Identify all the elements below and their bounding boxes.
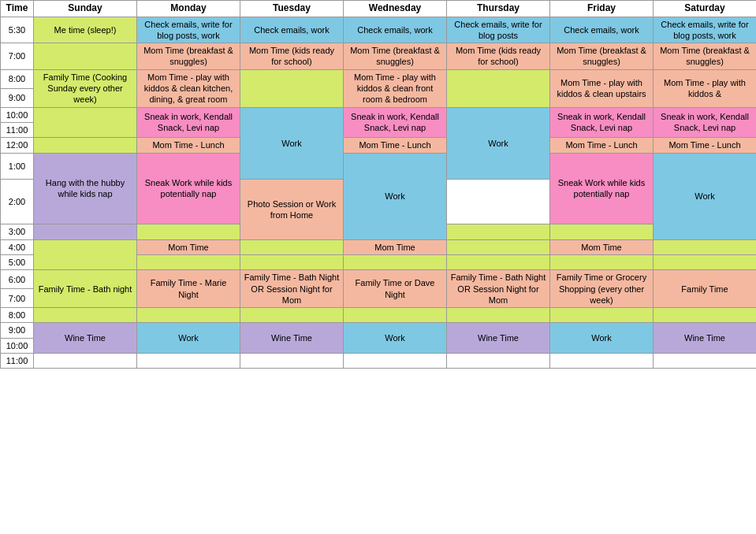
tue-1000: Work	[240, 107, 344, 179]
header-tuesday: Tuesday	[240, 1, 344, 17]
sat-900e: Wine Time	[654, 323, 757, 354]
mon-600: Family Time - Marie Night	[137, 270, 240, 308]
sat-530: Check emails, write for blog posts, work	[654, 17, 757, 43]
wed-400: Mom Time	[344, 239, 447, 254]
thu-700: Mom Time (kids ready for school)	[447, 43, 550, 70]
mon-800: Mom Time - play with kiddos & clean kitc…	[137, 69, 240, 107]
time-1100: 11:00	[1, 122, 34, 137]
wed-800e	[344, 308, 447, 323]
sat-500	[654, 254, 757, 269]
thu-1100e	[447, 354, 550, 369]
time-800: 8:00	[1, 69, 34, 88]
mon-900e: Work	[137, 323, 240, 354]
tue-530: Check emails, work	[240, 17, 344, 43]
fri-600: Family Time or Grocery Shopping (every o…	[550, 270, 654, 308]
thu-1000: Work	[447, 107, 550, 179]
mon-800e	[137, 308, 240, 323]
tue-500	[240, 254, 344, 269]
sat-200: Photo Session or Work from Home	[240, 180, 344, 239]
fri-800: Mom Time - play with kiddos & clean upst…	[550, 69, 654, 107]
wed-530: Check emails, work	[344, 17, 447, 43]
header-time: Time	[1, 1, 34, 17]
mon-1000: Sneak in work, Kendall Snack, Levi nap	[137, 107, 240, 138]
sun-900e: Wine Time	[34, 323, 137, 354]
fri-500	[550, 254, 654, 269]
sun-400	[34, 239, 137, 270]
mon-500	[137, 254, 240, 269]
sat-700: Mom Time (breakfast & snuggles)	[654, 43, 757, 70]
mon-530: Check emails, write for blog posts, work	[137, 17, 240, 43]
fri-700: Mom Time (breakfast & snuggles)	[550, 43, 654, 70]
sat-1000: Sneak in work, Kendall Snack, Levi nap	[654, 107, 757, 138]
header-thursday: Thursday	[447, 1, 550, 17]
time-530: 5:30	[1, 17, 34, 43]
time-700e: 7:00	[1, 289, 34, 308]
time-900: 9:00	[1, 88, 34, 107]
fri-800e	[550, 308, 654, 323]
fri-900e: Work	[550, 323, 654, 354]
mon-300	[137, 224, 240, 239]
time-400: 4:00	[1, 239, 34, 254]
wed-900e: Work	[344, 323, 447, 354]
mon-400: Mom Time	[137, 239, 240, 254]
time-900e: 9:00	[1, 323, 34, 338]
tue-800	[240, 69, 344, 107]
wed-700: Mom Time (breakfast & snuggles)	[344, 43, 447, 70]
fri-300	[550, 224, 654, 239]
sat-600: Family Time	[654, 270, 757, 308]
mon-700: Mom Time (breakfast & snuggles)	[137, 43, 240, 70]
time-1000e: 10:00	[1, 338, 34, 353]
mon-100: Sneak Work while kids potentially nap	[137, 153, 240, 224]
sat-1100e	[654, 354, 757, 369]
time-200: 2:00	[1, 180, 34, 224]
tue-700: Mom Time (kids ready for school)	[240, 43, 344, 70]
sun-700	[34, 43, 137, 70]
sun-1100e	[34, 354, 137, 369]
wed-1200: Mom Time - Lunch	[344, 138, 447, 153]
tue-1100e	[240, 354, 344, 369]
sat-400	[654, 239, 757, 254]
wed-500	[344, 254, 447, 269]
wed-600: Family Time or Dave Night	[344, 270, 447, 308]
sat-1200: Mom Time - Lunch	[654, 138, 757, 153]
tue-100: Work	[344, 153, 447, 239]
fri-400: Mom Time	[550, 239, 654, 254]
time-700: 7:00	[1, 43, 34, 70]
time-800e: 8:00	[1, 308, 34, 323]
sat-800e	[654, 308, 757, 323]
tue-800e	[240, 308, 344, 323]
time-1100e: 11:00	[1, 354, 34, 369]
header-saturday: Saturday	[654, 1, 757, 17]
mon-1200: Mom Time - Lunch	[137, 138, 240, 153]
thu-800	[447, 69, 550, 107]
wed-800: Mom Time - play with kiddos & clean fron…	[344, 69, 447, 107]
time-100: 1:00	[1, 153, 34, 180]
sun-600: Family Time - Bath night	[34, 270, 137, 308]
fri-530: Check emails, work	[550, 17, 654, 43]
fri-1000: Sneak in work, Kendall Snack, Levi nap	[550, 107, 654, 138]
time-500: 5:00	[1, 254, 34, 269]
header-friday: Friday	[550, 1, 654, 17]
tue-600: Family Time - Bath Night OR Session Nigh…	[240, 270, 344, 308]
wed-1100e	[344, 354, 447, 369]
time-300: 3:00	[1, 224, 34, 239]
sun-800: Family Time (Cooking Sunday every other …	[34, 69, 137, 107]
header-sunday: Sunday	[34, 1, 137, 17]
fri-1100e	[550, 354, 654, 369]
wed-1000: Sneak in work, Kendall Snack, Levi nap	[344, 107, 447, 138]
thu-900e: Wine Time	[447, 323, 550, 354]
thu-500	[447, 254, 550, 269]
sun-300	[34, 224, 137, 239]
sun-800e	[34, 308, 137, 323]
thu-400	[447, 239, 550, 254]
fri-1200: Mom Time - Lunch	[550, 138, 654, 153]
thu-530: Check emails, write for blog posts	[447, 17, 550, 43]
sun-1200	[34, 138, 137, 153]
header-monday: Monday	[137, 1, 240, 17]
time-600: 6:00	[1, 270, 34, 289]
time-1200: 12:00	[1, 138, 34, 153]
wed-300	[447, 224, 550, 239]
sun-530: Me time (sleep!)	[34, 17, 137, 43]
tue-900e: Wine Time	[240, 323, 344, 354]
thu-100: Work	[654, 153, 757, 239]
